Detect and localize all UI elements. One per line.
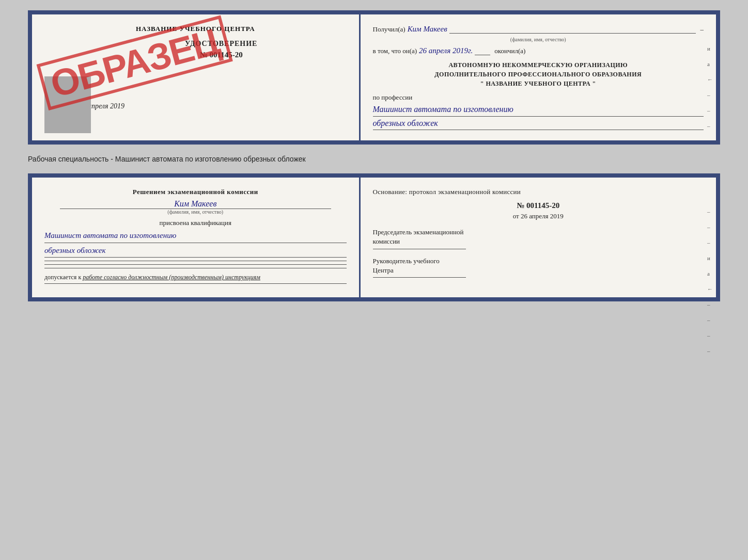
bsm-9: –	[707, 332, 713, 339]
side-mark-2: а	[707, 61, 713, 67]
assigned-label: присвоена квалификация	[44, 219, 347, 227]
bsm-1: –	[707, 209, 713, 215]
cert-num: № 001145-20	[96, 49, 347, 61]
protocol-date: от 26 апреля 2019	[373, 212, 704, 220]
side-mark-1: и	[707, 45, 713, 52]
допуск-label: допускается к	[44, 274, 81, 281]
completed-label: окончил(а)	[494, 47, 525, 55]
cert-title: УДОСТОВЕРЕНИЕ	[96, 38, 347, 49]
divider-line-2	[44, 264, 347, 265]
protocol-num: № 001145-20	[373, 201, 704, 210]
org-line1: АВТОНОМНУЮ НЕКОММЕРЧЕСКУЮ ОРГАНИЗАЦИЮ	[373, 60, 704, 70]
decision-text: Решением экзаменационной комиссии	[44, 188, 347, 196]
top-right-panel: Получил(а) Ким Макеев – (фамилия, имя, о…	[361, 14, 716, 140]
bsm-10: –	[707, 348, 713, 354]
qualification-line2: обрезных обложек	[44, 244, 347, 258]
bsm-4: и	[707, 255, 713, 261]
org-line2: ДОПОЛНИТЕЛЬНОГО ПРОФЕССИОНАЛЬНОГО ОБРАЗО…	[373, 70, 704, 79]
head-sig-line	[373, 277, 466, 278]
bottom-name: Ким Макеев	[44, 199, 347, 209]
bottom-right-panel: Основание: протокол экзаменационной коми…	[361, 178, 716, 297]
side-mark-5: –	[707, 107, 713, 114]
side-mark-4: –	[707, 92, 713, 98]
chairman-sig-line	[373, 249, 466, 249]
chairman-label: Председатель экзаменационной комиссии	[373, 228, 704, 246]
bottom-side-marks: – – – и а ← – – – –	[707, 209, 713, 354]
top-left-panel: НАЗВАНИЕ УЧЕБНОГО ЦЕНТРА УДОСТОВЕРЕНИЕ №…	[32, 14, 361, 140]
bottom-document: Решением экзаменационной комиссии Ким Ма…	[28, 173, 720, 301]
допуск-line	[44, 283, 347, 284]
head-block: Руководитель учебного Центра	[373, 257, 704, 278]
head-label: Руководитель учебного Центра	[373, 257, 704, 275]
org-block: АВТОНОМНУЮ НЕКОММЕРЧЕСКУЮ ОРГАНИЗАЦИЮ ДО…	[373, 60, 704, 88]
top-left-title: НАЗВАНИЕ УЧЕБНОГО ЦЕНТРА	[44, 25, 347, 33]
side-mark-3: ←	[707, 76, 713, 83]
recipient-name: Ким Макеев	[406, 25, 449, 34]
bsm-3: –	[707, 239, 713, 246]
bottom-name-sublabel: (фамилия, имя, отчество)	[60, 209, 331, 215]
dash-mark: –	[700, 25, 704, 34]
profession-line1: Машинист автомата по изготовлению	[373, 103, 704, 117]
completion-date: 26 апреля 2019г.	[417, 46, 475, 55]
name-sublabel: (фамилия, имя, отчество)	[373, 37, 704, 42]
cert-block: УДОСТОВЕРЕНИЕ № 001145-20	[96, 38, 347, 61]
bsm-8: –	[707, 317, 713, 323]
bsm-2: –	[707, 224, 713, 230]
bottom-left-panel: Решением экзаменационной комиссии Ким Ма…	[32, 178, 361, 297]
in-that-label: в том, что он(а)	[373, 47, 417, 55]
profession-line2: обрезных обложек	[373, 117, 704, 131]
profession-label: по профессии	[373, 93, 704, 102]
received-row: Получил(а) Ким Макеев –	[373, 25, 704, 34]
divider-line-3	[44, 268, 347, 268]
in-that-row: в том, что он(а) 26 апреля 2019г. окончи…	[373, 46, 704, 55]
org-line3: " НАЗВАНИЕ УЧЕБНОГО ЦЕНТРА "	[373, 79, 704, 88]
bsm-7: –	[707, 301, 713, 308]
top-document: НАЗВАНИЕ УЧЕБНОГО ЦЕНТРА УДОСТОВЕРЕНИЕ №…	[28, 10, 720, 145]
допуск-text: работе согласно должностным (производств…	[83, 274, 260, 281]
divider-line-1	[44, 261, 347, 261]
qualification-line1: Машинист автомата по изготовлению	[44, 229, 347, 243]
bsm-5: а	[707, 270, 713, 277]
side-marks: и а ← – – –	[707, 45, 713, 129]
bsm-6: ←	[707, 286, 713, 292]
date-value: 26 апреля 2019	[521, 212, 564, 220]
received-label: Получил(а)	[373, 25, 406, 34]
date-prefix: от	[513, 212, 519, 220]
photo-area	[44, 76, 91, 133]
side-mark-6: –	[707, 123, 713, 129]
middle-label: Рабочая специальность - Машинист автомат…	[28, 153, 720, 165]
допуск-block: допускается к работе согласно должностны…	[44, 274, 347, 281]
basis-label: Основание: протокол экзаменационной коми…	[373, 188, 704, 196]
chairman-block: Председатель экзаменационной комиссии	[373, 228, 704, 249]
